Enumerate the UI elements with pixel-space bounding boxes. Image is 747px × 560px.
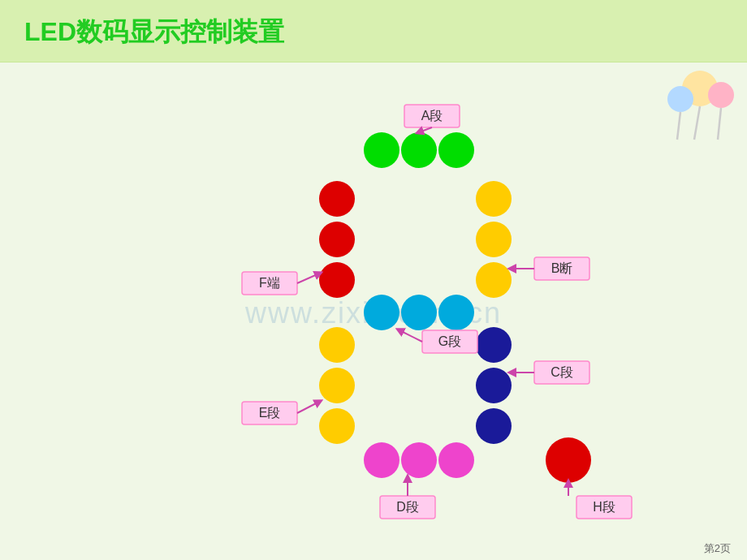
svg-point-2 [708,82,734,108]
label-h: H段 [593,500,615,514]
svg-rect-6 [404,105,460,127]
header-bar: LED数码显示控制装置 [0,0,747,62]
svg-point-4 [667,86,693,112]
label-g: G段 [438,334,461,348]
label-c: C段 [551,365,573,379]
svg-line-17 [297,274,319,283]
decoration-area [650,71,731,144]
led-c2 [476,368,512,403]
led-c3 [476,408,512,444]
label-b: B断 [551,261,573,275]
svg-rect-8 [534,257,589,280]
led-e1 [319,327,355,363]
led-f2 [319,222,355,257]
led-f1 [319,181,355,217]
led-a1 [364,132,399,168]
svg-rect-18 [422,330,477,353]
label-e: E段 [259,406,281,420]
svg-line-3 [718,108,721,140]
page-number: 第2页 [704,541,731,556]
led-diagram: A段 B断 C段 D段 E段 F端 G段 H段 [0,62,747,560]
led-g1 [364,295,399,330]
led-e2 [319,368,355,403]
led-d2 [401,442,437,478]
led-b2 [476,222,512,257]
svg-line-19 [399,330,422,342]
led-a3 [438,132,474,168]
page-title: LED数码显示控制装置 [24,15,723,50]
led-c1 [476,327,512,363]
svg-rect-16 [242,272,297,295]
label-f: F端 [259,276,280,290]
svg-line-5 [677,112,680,140]
led-d3 [438,442,474,478]
led-b3 [476,262,512,298]
svg-rect-20 [576,496,632,519]
svg-rect-12 [380,496,435,519]
led-g2 [401,295,437,330]
led-f3 [319,262,355,298]
label-a: A段 [421,109,443,123]
led-b1 [476,181,512,217]
svg-line-15 [297,402,319,413]
svg-line-1 [694,106,700,140]
led-g3 [438,295,474,330]
svg-line-7 [419,127,432,132]
led-e3 [319,408,355,444]
main-content: www.zixin.com.cn [0,62,747,560]
led-h [546,437,591,483]
svg-rect-10 [534,361,589,384]
label-d: D段 [396,500,419,514]
led-a2 [401,132,437,168]
led-d1 [364,442,399,478]
svg-rect-14 [242,402,297,424]
deco-svg [650,71,739,152]
watermark: www.zixin.com.cn [245,296,502,330]
